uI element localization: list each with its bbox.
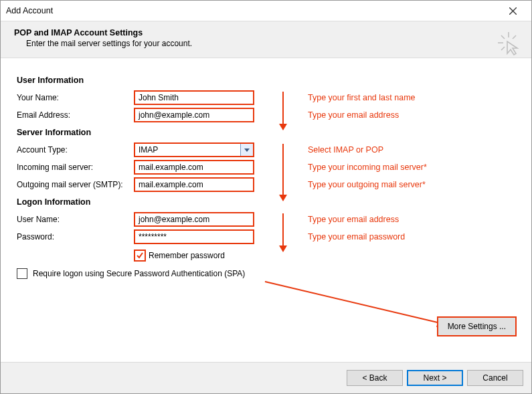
dialog-header: POP and IMAP Account Settings Enter the … — [1, 21, 531, 58]
remember-password-row[interactable]: Remember password — [134, 250, 515, 262]
arrow-diagonal-icon — [264, 280, 451, 330]
annotation-outgoing: Type your outgoing mail server* — [308, 180, 426, 189]
require-spa-checkbox[interactable] — [17, 268, 27, 279]
remember-password-label: Remember password — [149, 251, 225, 260]
password-input[interactable]: ********* — [134, 229, 254, 244]
window-title: Add Account — [6, 6, 53, 15]
email-address-value: john@example.com — [139, 110, 209, 120]
label-email-address: Email Address: — [17, 110, 134, 120]
section-logon-information: Logon Information — [17, 197, 515, 207]
back-button[interactable]: < Back — [347, 370, 403, 386]
svg-line-4 — [501, 35, 505, 39]
more-settings-button[interactable]: More Settings ... — [437, 316, 517, 336]
titlebar: Add Account — [1, 1, 531, 21]
require-spa-label: Require logon using Secure Password Auth… — [33, 269, 245, 278]
dialog-footer: < Back Next > Cancel — [1, 362, 531, 393]
arrow-down-icon — [278, 90, 291, 130]
svg-line-5 — [513, 35, 516, 39]
dropdown-button[interactable] — [240, 144, 253, 156]
annotation-user-name: Type your email address — [308, 215, 399, 224]
annotation-incoming: Type your incoming mail server* — [308, 163, 427, 172]
svg-line-14 — [265, 282, 440, 323]
add-account-window: Add Account POP and IMAP Account Setting… — [0, 0, 532, 394]
label-outgoing: Outgoing mail server (SMTP): — [17, 180, 134, 189]
next-label: Next > — [423, 373, 446, 383]
cancel-label: Cancel — [482, 373, 507, 383]
close-button[interactable] — [499, 1, 526, 20]
outgoing-server-input[interactable]: mail.example.com — [134, 177, 254, 192]
cursor-sparkle-icon — [497, 31, 522, 56]
svg-marker-9 — [244, 149, 250, 152]
label-incoming: Incoming mail server: — [17, 163, 134, 172]
label-password: Password: — [17, 232, 134, 241]
cancel-button[interactable]: Cancel — [467, 370, 523, 386]
account-type-select[interactable]: IMAP — [134, 142, 254, 157]
section-user-information: User Information — [17, 76, 515, 85]
section-server-information: Server Information — [17, 128, 515, 137]
chevron-down-icon — [244, 149, 250, 152]
label-account-type: Account Type: — [17, 145, 134, 155]
close-icon — [509, 7, 517, 15]
next-button[interactable]: Next > — [407, 370, 463, 386]
annotation-account-type: Select IMAP or POP — [308, 145, 383, 155]
annotation-password: Type your email password — [308, 232, 405, 241]
email-address-input[interactable]: john@example.com — [134, 108, 254, 122]
your-name-input[interactable]: John Smith — [134, 90, 254, 105]
back-label: < Back — [362, 373, 387, 383]
user-name-value: john@example.com — [139, 215, 209, 224]
checkmark-icon — [137, 252, 143, 259]
svg-marker-13 — [279, 245, 287, 252]
svg-marker-8 — [279, 124, 287, 130]
arrow-down-icon — [278, 212, 291, 252]
header-subtitle: Enter the mail server settings for your … — [26, 39, 518, 48]
annotation-your-name: Type your first and last name — [308, 93, 416, 102]
svg-marker-11 — [279, 195, 287, 201]
your-name-value: John Smith — [139, 93, 179, 102]
incoming-server-input[interactable]: mail.example.com — [134, 160, 254, 175]
annotation-email: Type your email address — [308, 110, 399, 120]
user-name-input[interactable]: john@example.com — [134, 212, 254, 227]
incoming-value: mail.example.com — [139, 163, 203, 172]
label-user-name: User Name: — [17, 215, 134, 224]
label-your-name: Your Name: — [17, 93, 134, 102]
remember-password-checkbox[interactable] — [134, 250, 146, 262]
dialog-body: User Information Your Name: John Smith T… — [1, 58, 531, 279]
arrow-down-icon — [278, 142, 291, 201]
header-title: POP and IMAP Account Settings — [14, 28, 518, 37]
svg-line-6 — [501, 47, 505, 50]
account-type-value: IMAP — [139, 145, 158, 155]
require-spa-row[interactable]: Require logon using Secure Password Auth… — [17, 268, 245, 279]
more-settings-label: More Settings ... — [448, 322, 506, 331]
outgoing-value: mail.example.com — [139, 180, 203, 189]
password-value: ********* — [139, 232, 167, 241]
